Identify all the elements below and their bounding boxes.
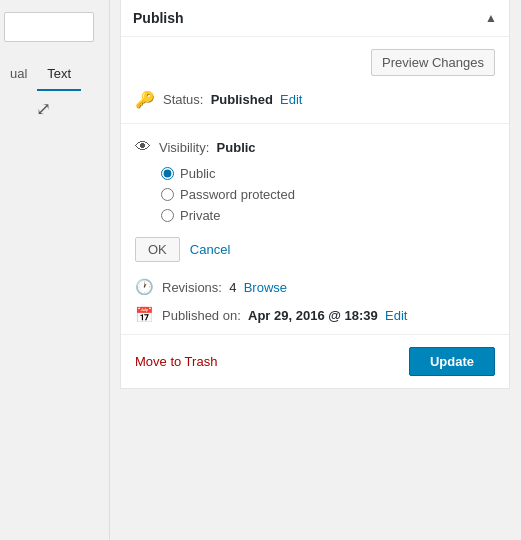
eye-icon: 👁 [135,138,151,156]
publish-panel: Publish ▲ Preview Changes 🔑 Status: Publ… [120,0,510,389]
radio-public-input[interactable] [161,167,174,180]
history-icon: 🕐 [135,278,154,296]
left-tabs: ual Text [0,58,110,91]
published-edit-link[interactable]: Edit [385,308,407,323]
ok-cancel-row: OK Cancel [135,237,495,262]
radio-public-label: Public [180,166,215,181]
left-input-stub [4,12,94,42]
revisions-text: Revisions: 4 Browse [162,280,287,295]
radio-private-input[interactable] [161,209,174,222]
publish-header: Publish ▲ [121,0,509,37]
preview-btn-row: Preview Changes [135,49,495,76]
radio-public: Public [161,166,495,181]
radio-private: Private [161,208,495,223]
tab-text[interactable]: Text [37,58,81,91]
published-on-value: Apr 29, 2016 @ 18:39 [248,308,378,323]
visibility-row: 👁 Visibility: Public [135,138,495,156]
ok-button[interactable]: OK [135,237,180,262]
tab-visual[interactable]: ual [0,58,37,91]
revisions-row: 🕐 Revisions: 4 Browse [135,278,495,296]
visibility-label: Visibility: Public [159,140,256,155]
divider-1 [121,123,509,124]
cancel-link[interactable]: Cancel [190,242,230,257]
visibility-radio-group: Public Password protected Private [161,166,495,223]
radio-password-input[interactable] [161,188,174,201]
radio-password: Password protected [161,187,495,202]
status-edit-link[interactable]: Edit [280,92,302,107]
calendar-icon: 📅 [135,306,154,324]
revisions-count: 4 [229,280,236,295]
publish-footer: Move to Trash Update [121,334,509,388]
update-button[interactable]: Update [409,347,495,376]
published-on-row: 📅 Published on: Apr 29, 2016 @ 18:39 Edi… [135,306,495,324]
left-sidebar: ual Text ⤢ [0,0,110,540]
publish-body: Preview Changes 🔑 Status: Published Edit… [121,37,509,324]
radio-private-label: Private [180,208,220,223]
key-icon: 🔑 [135,90,155,109]
publish-title: Publish [133,10,184,26]
move-to-trash-link[interactable]: Move to Trash [135,354,217,369]
preview-changes-button[interactable]: Preview Changes [371,49,495,76]
published-on-text: Published on: Apr 29, 2016 @ 18:39 Edit [162,308,407,323]
visibility-value: Public [217,140,256,155]
status-row: 🔑 Status: Published Edit [135,90,495,109]
status-label: Status: Published Edit [163,92,302,107]
browse-link[interactable]: Browse [244,280,287,295]
radio-password-label: Password protected [180,187,295,202]
status-value: Published [211,92,273,107]
expand-icon[interactable]: ⤢ [36,98,51,120]
collapse-icon[interactable]: ▲ [485,11,497,25]
